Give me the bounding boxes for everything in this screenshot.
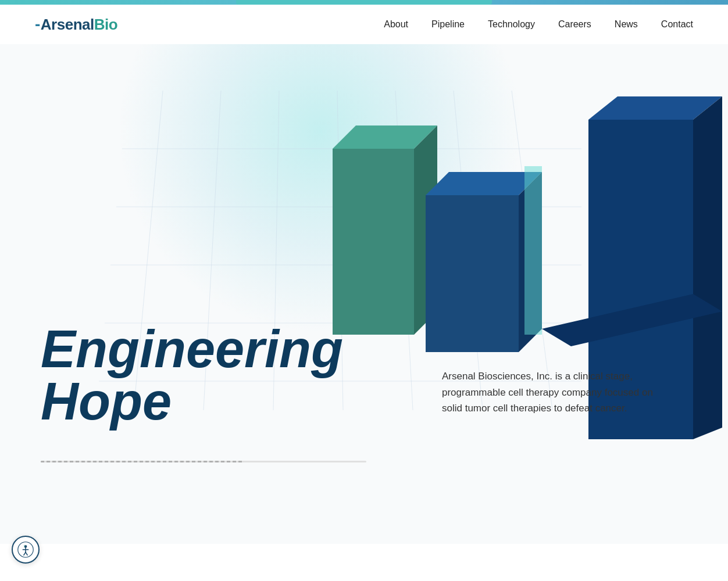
svg-marker-12 <box>333 149 414 335</box>
nav-pipeline[interactable]: Pipeline <box>431 19 465 30</box>
svg-line-4 <box>395 91 413 410</box>
nav-contact[interactable]: Contact <box>661 19 693 30</box>
nav-news[interactable]: News <box>615 19 638 30</box>
glow-background <box>116 44 523 335</box>
svg-marker-13 <box>333 125 437 149</box>
hero-title-line2: Hope <box>41 372 172 431</box>
header: -ArsenalBio About Pipeline Technology Ca… <box>0 5 728 44</box>
top-bar-indicator <box>236 0 492 5</box>
accessibility-icon <box>17 541 34 558</box>
logo-arsenal: Arsenal <box>41 16 94 34</box>
svg-line-5 <box>454 91 483 410</box>
svg-line-28 <box>26 553 27 555</box>
svg-marker-22 <box>524 166 542 335</box>
progress-area <box>41 461 366 462</box>
main-nav: About Pipeline Technology Careers News C… <box>384 19 693 30</box>
svg-marker-20 <box>693 96 722 439</box>
logo[interactable]: -ArsenalBio <box>35 15 117 34</box>
nav-technology[interactable]: Technology <box>488 19 535 30</box>
logo-bio: Bio <box>94 16 117 34</box>
svg-marker-17 <box>519 172 542 352</box>
accessibility-widget[interactable] <box>12 536 40 564</box>
progress-bar-fill <box>41 461 242 462</box>
svg-marker-19 <box>588 96 722 120</box>
hero-description: Arsenal Biosciences, Inc. is a clinical … <box>442 368 663 416</box>
svg-line-6 <box>512 91 552 410</box>
top-bar <box>0 0 728 5</box>
hero-section: .grid-line { stroke: #c8d8e8; stroke-wid… <box>0 44 728 544</box>
svg-marker-15 <box>426 195 519 352</box>
hero-title-line1: Engineering <box>41 320 343 378</box>
hero-title: Engineering Hope <box>41 323 343 428</box>
svg-marker-16 <box>426 172 542 195</box>
svg-marker-14 <box>414 125 437 335</box>
svg-marker-21 <box>542 294 722 346</box>
nav-careers[interactable]: Careers <box>558 19 591 30</box>
hero-content: Engineering Hope <box>41 323 343 428</box>
nav-about[interactable]: About <box>384 19 408 30</box>
logo-dash: - <box>35 15 40 34</box>
hero-description-text: Arsenal Biosciences, Inc. is a clinical … <box>442 368 663 416</box>
progress-bar-track <box>41 461 366 462</box>
